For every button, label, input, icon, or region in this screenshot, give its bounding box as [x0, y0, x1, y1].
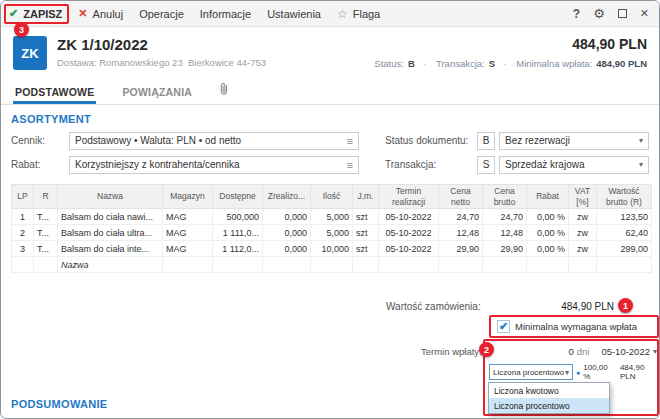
- items-tbody: 1T...Balsam do ciała nawi...MAG500,0000,…: [12, 209, 652, 273]
- transakcja-value: Sprzedaż krajowa: [505, 159, 584, 170]
- section-podsumowanie: PODSUMOWANIE: [11, 398, 108, 410]
- document-total: 484,90 PLN: [374, 36, 647, 52]
- separator: ·: [503, 58, 506, 69]
- help-button[interactable]: ?: [573, 7, 580, 21]
- annotation-badge-1: 1: [618, 298, 633, 313]
- window-controls: ? ⚙ ✕: [573, 6, 649, 21]
- status-value: B: [408, 58, 415, 69]
- table-row[interactable]: 1T...Balsam do ciała nawi...MAG500,0000,…: [12, 209, 652, 225]
- column-header[interactable]: LP: [12, 185, 34, 209]
- payment-term-label: Termin wpłaty:: [421, 346, 482, 357]
- column-header[interactable]: Zrealizo...: [263, 185, 311, 209]
- annotation-badge-3: 3: [14, 22, 29, 37]
- min-payment-checkbox-row[interactable]: ✔ Minimalna wymagana wpłata: [497, 320, 637, 333]
- column-header[interactable]: J.m.: [353, 185, 379, 209]
- save-button[interactable]: ✔ ZAPISZ: [9, 7, 62, 20]
- column-header[interactable]: Termin realizacji: [379, 185, 439, 209]
- cancel-button[interactable]: ✕ Anuluj: [78, 7, 123, 20]
- annotation-badge-2: 2: [479, 342, 494, 357]
- status-label: Status:: [374, 58, 404, 69]
- status-dokumentu-code[interactable]: B: [477, 132, 495, 150]
- cancel-button-label: Anuluj: [93, 8, 124, 20]
- close-button[interactable]: ✕: [640, 7, 649, 20]
- percent-input[interactable]: 100,00 %: [583, 363, 613, 381]
- order-value-row: Wartość zamówienia: 484,90 PLN: [386, 301, 614, 312]
- cancel-x-icon: ✕: [78, 7, 87, 20]
- gear-icon[interactable]: ⚙: [593, 6, 605, 21]
- section-asortyment: ASORTYMENT: [11, 113, 649, 125]
- transaction-label: Transakcja:: [436, 58, 485, 69]
- save-button-label: ZAPISZ: [23, 8, 62, 20]
- table-row[interactable]: 2T...Balsam do ciała ultra...MAG1 111,0.…: [12, 225, 652, 241]
- cennik-label: Cennik:: [11, 135, 69, 146]
- payment-term-row: Termin wpłaty: 0 dni 05-10-2022 ▾: [421, 346, 657, 357]
- transakcja-select[interactable]: Sprzedaż krajowa ▾: [499, 156, 649, 174]
- menu-ustawienia[interactable]: Ustawienia: [267, 8, 321, 20]
- toolbar: ✔ ZAPISZ ✕ Anuluj OperacjeInformacjeUsta…: [1, 1, 659, 27]
- transakcja-label: Transakcja:: [385, 159, 477, 170]
- paperclip-icon[interactable]: [218, 82, 230, 104]
- assortment-form: Cennik: Podstawowy • Waluta: PLN • od ne…: [11, 131, 649, 174]
- tab-podstawowe[interactable]: PODSTAWOWE: [13, 81, 96, 104]
- payment-term-date-select[interactable]: 05-10-2022: [601, 346, 650, 357]
- document-title: ZK 1/10/2022: [57, 36, 266, 53]
- status-dokumentu-select[interactable]: Bez rezerwacji ▾: [499, 132, 649, 150]
- column-header[interactable]: Nazwa: [58, 185, 163, 209]
- calc-mode-row: Liczona procentowo ▾ ● 100,00 % 484,90 P…: [489, 363, 657, 381]
- transaction-value: S: [489, 58, 495, 69]
- order-value: 484,90 PLN: [561, 301, 614, 312]
- document-type-badge: ZK: [13, 36, 47, 70]
- tab-powiazania[interactable]: POWIĄZANIA: [120, 81, 194, 104]
- order-value-label: Wartość zamówienia:: [386, 301, 481, 312]
- column-header[interactable]: Rabat: [527, 185, 569, 209]
- app-window: ✔ ZAPISZ ✕ Anuluj OperacjeInformacjeUsta…: [0, 0, 660, 419]
- column-header[interactable]: VAT [%]: [569, 185, 597, 209]
- rabat-label: Rabat:: [11, 159, 69, 170]
- chevron-down-icon[interactable]: ▾: [653, 347, 657, 356]
- rabat-field[interactable]: Korzystniejszy z kontrahenta/cennika ≡: [69, 156, 359, 174]
- menu-icon[interactable]: ≡: [347, 135, 353, 147]
- table-row[interactable]: 3T...Balsam do ciała inte...MAG1 112,0..…: [12, 241, 652, 257]
- cennik-value: Podstawowy • Waluta: PLN • od netto: [75, 135, 241, 146]
- column-header[interactable]: Cena netto: [439, 185, 483, 209]
- main-content: ASORTYMENT Cennik: Podstawowy • Waluta: …: [1, 105, 659, 273]
- table-ghost-row[interactable]: Nazwa: [12, 257, 652, 273]
- table-header-row: LPRNazwaMagazynDostępneZrealizo...IlośćJ…: [12, 185, 652, 209]
- chevron-down-icon: ▾: [639, 136, 643, 145]
- calc-mode-dropdown-list: Liczona kwotowoLiczona procentowo: [488, 382, 610, 414]
- column-header[interactable]: Wartość brutto (R): [597, 185, 652, 209]
- items-table: LPRNazwaMagazynDostępneZrealizo...IlośćJ…: [11, 184, 652, 273]
- flag-button-label: Flaga: [353, 8, 381, 20]
- rabat-value: Korzystniejszy z kontrahenta/cennika: [75, 159, 240, 170]
- chevron-down-icon: ▾: [639, 160, 643, 169]
- delivery-address: Dostawa: Romanowskiego 23 Bierkowice 44-…: [57, 57, 266, 68]
- column-header[interactable]: Cena brutto: [483, 185, 527, 209]
- column-header[interactable]: Dostępne: [213, 185, 263, 209]
- transakcja-code[interactable]: S: [477, 156, 495, 174]
- menu-operacje[interactable]: Operacje: [139, 8, 184, 20]
- menu-informacje[interactable]: Informacje: [200, 8, 251, 20]
- min-payment-checkbox[interactable]: ✔: [497, 320, 510, 333]
- flag-button[interactable]: ☆ Flaga: [337, 7, 380, 21]
- document-header: ZK ZK 1/10/2022 Dostawa: Romanowskiego 2…: [1, 27, 659, 79]
- status-line: Status:B·Transakcja:S·Minimalna wpłata:4…: [374, 58, 647, 69]
- min-payment-value: 484,90 PLN: [596, 58, 647, 69]
- min-payment-checkbox-label: Minimalna wymagana wpłata: [515, 321, 637, 332]
- column-header[interactable]: R: [34, 185, 58, 209]
- column-header[interactable]: Ilość: [311, 185, 353, 209]
- payment-term-days-input[interactable]: 0: [568, 346, 573, 357]
- star-icon: ☆: [337, 7, 348, 21]
- status-dokumentu-value: Bez rezerwacji: [505, 135, 570, 146]
- dropdown-option[interactable]: Liczona procentowo: [489, 398, 609, 413]
- calc-mode-value: Liczona procentowo: [493, 368, 564, 377]
- dropdown-option[interactable]: Liczona kwotowo: [489, 383, 609, 398]
- check-icon: ✔: [9, 7, 18, 20]
- calc-mode-select[interactable]: Liczona procentowo ▾: [489, 364, 573, 380]
- min-payment-label: Minimalna wpłata:: [516, 58, 592, 69]
- cennik-field[interactable]: Podstawowy • Waluta: PLN • od netto ≡: [69, 132, 359, 150]
- status-dokumentu-label: Status dokumentu:: [385, 135, 477, 146]
- payment-term-days-unit: dni: [577, 346, 590, 357]
- menu-icon[interactable]: ≡: [347, 159, 353, 171]
- maximize-button[interactable]: [618, 9, 627, 18]
- column-header[interactable]: Magazyn: [163, 185, 213, 209]
